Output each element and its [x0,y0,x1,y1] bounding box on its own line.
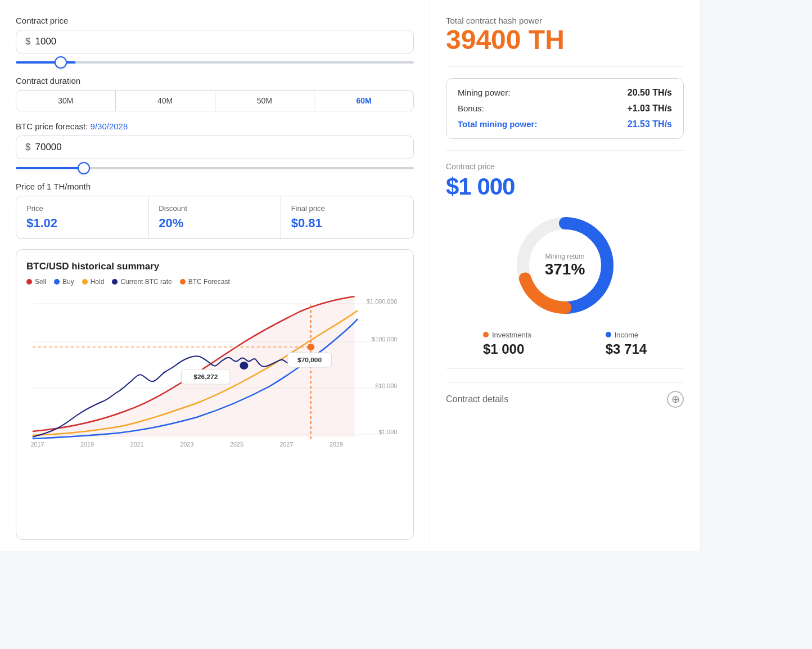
th-price-cell-final-value: $0.81 [291,216,403,231]
legend-hold-dot [82,279,88,285]
legend-current-btc-label: Current BTC rate [120,278,172,286]
contract-price-display-value: $1 000 [446,173,684,200]
total-hash-value: 39400 TH [446,25,684,55]
investments-value: $1 000 [483,341,524,357]
investments-label-text: Investments [492,331,531,339]
contract-price-slider[interactable] [16,61,414,64]
x-label-2021: 2021 [130,441,144,448]
legend-hold-label: Hold [91,278,105,286]
th-price-cell-discount-value: 20% [159,216,270,231]
th-price-grid: Price $1.02 Discount 20% Final price $0.… [16,196,414,239]
contract-duration-label: Contract duration [16,76,414,85]
btc-price-input-box[interactable]: $ 70000 [16,136,414,159]
total-mining-label: Total mining power: [458,119,537,129]
donut-return-pct: 371% [545,260,585,278]
mining-row-total: Total mining power: 21.53 TH/s [458,119,672,129]
divider-2 [446,150,684,151]
income-value: $3 714 [606,341,647,357]
left-panel: Contract price $ 1000 Contract duration … [0,0,430,551]
th-price-cell-price-label: Price [26,204,138,213]
current-btc-dot [240,362,248,369]
invest-income-row: Investments $1 000 Income $3 714 [446,331,684,357]
tooltip2-text: $70,000 [297,357,322,363]
contract-price-slider-wrap [16,53,414,66]
tab-50m[interactable]: 50M [215,91,315,111]
legend-sell: Sell [26,278,46,286]
contract-duration-section: Contract duration 30M 40M 50M 60M [16,76,414,111]
total-mining-value: 21.53 TH/s [628,119,672,129]
btc-price-slider[interactable] [16,167,414,169]
mining-row-power: Mining power: 20.50 TH/s [458,88,672,98]
divider-1 [446,66,684,67]
donut-label: Mining return 371% [545,253,585,278]
legend-btc-forecast: BTC Forecast [180,278,230,286]
btc-currency-symbol: $ [25,142,30,153]
legend-sell-dot [26,279,32,285]
donut-return-text: Mining return [545,253,585,260]
legend-buy-dot [54,279,60,285]
chart-title: BTC/USD historical summary [26,261,403,272]
btc-price-slider-wrap [16,159,414,172]
bonus-label: Bonus: [458,103,484,113]
tab-60m[interactable]: 60M [314,91,413,111]
legend-buy: Buy [54,278,74,286]
forecast-date[interactable]: 9/30/2028 [91,121,128,131]
divider-3 [446,368,684,369]
mining-power-value: 20.50 TH/s [628,88,672,98]
investments-label-row: Investments [483,331,531,339]
contract-price-display-label: Contract price [446,162,684,171]
income-item: Income $3 714 [606,331,647,357]
legend-btc-forecast-label: BTC Forecast [188,278,230,286]
contract-details-button[interactable]: ⊕ [667,391,684,408]
th-price-cell-final-label: Final price [291,204,403,213]
investments-dot [483,332,489,337]
tab-30m[interactable]: 30M [16,91,116,111]
total-hash-section: Total contract hash power 39400 TH [446,16,684,55]
mining-power-label: Mining power: [458,88,510,97]
contract-price-display-section: Contract price $1 000 [446,162,684,200]
contract-price-input-box[interactable]: $ 1000 [16,30,414,53]
forecast-dot [307,344,314,350]
right-panel: Total contract hash power 39400 TH Minin… [430,0,700,551]
x-label-2023: 2023 [180,441,193,448]
btc-forecast-section: BTC price forecast: 9/30/2028 $ 70000 [16,121,414,172]
legend-sell-label: Sell [35,278,46,286]
x-label-2019: 2019 [80,441,94,448]
donut-container: Mining return 371% [509,209,621,322]
th-price-cell-discount: Discount 20% [148,196,281,238]
contract-details-row: Contract details ⊕ [446,382,684,408]
tooltip1-text: $26,272 [193,373,218,380]
currency-symbol: $ [25,36,30,47]
th-price-cell-discount-label: Discount [159,204,270,213]
donut-section: Mining return 371% Investments $1 000 In… [446,209,684,357]
x-label-2017: 2017 [30,441,44,448]
legend-hold: Hold [82,278,105,286]
contract-price-label: Contract price [16,16,414,25]
mining-row-bonus: Bonus: +1.03 TH/s [458,103,672,114]
contract-price-value: 1000 [35,36,56,47]
th-price-cell-final: Final price $0.81 [281,196,413,238]
chart-section: BTC/USD historical summary Sell Buy Hold… [16,249,414,540]
legend-btc-forecast-dot [180,279,186,285]
th-price-cell-price-value: $1.02 [26,216,138,231]
tab-40m[interactable]: 40M [116,91,215,111]
x-label-2029: 2029 [330,441,343,448]
btc-forecast-label: BTC price forecast: 9/30/2028 [16,121,414,131]
th-price-label: Price of 1 TH/month [16,182,414,191]
chart-legend: Sell Buy Hold Current BTC rate BTC Forec… [26,278,403,286]
chart-container: $1,000,000 $100,000 $10,000 $1,000 [26,294,403,451]
investments-item: Investments $1 000 [483,331,531,357]
income-label-text: Income [615,331,639,339]
contract-details-label: Contract details [446,394,508,404]
legend-current-btc: Current BTC rate [112,278,172,286]
legend-buy-label: Buy [62,278,74,286]
mining-power-box: Mining power: 20.50 TH/s Bonus: +1.03 TH… [446,78,684,139]
th-price-cell-price: Price $1.02 [16,196,148,238]
duration-tabs: 30M 40M 50M 60M [16,90,414,111]
contract-price-section: Contract price $ 1000 [16,16,414,66]
chart-svg: $1,000,000 $100,000 $10,000 $1,000 [26,294,403,451]
legend-current-btc-dot [112,279,118,285]
total-hash-label: Total contract hash power [446,16,684,25]
bonus-value: +1.03 TH/s [627,103,672,114]
x-label-2025: 2025 [230,441,243,448]
